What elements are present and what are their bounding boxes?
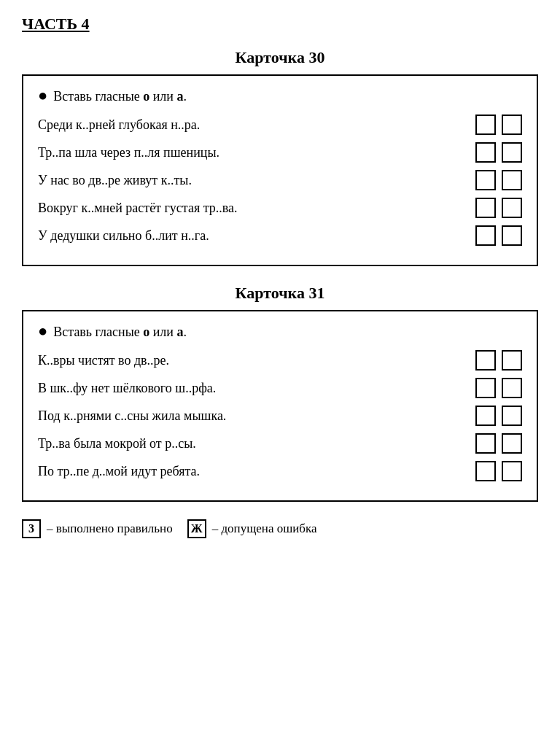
card31-row-1: К..вры чистят во дв..ре.: [38, 350, 522, 371]
card30-instruction: ● Вставь гласные о или а.: [38, 88, 522, 104]
card30-checkboxes-3: [475, 170, 522, 190]
legend-correct-label: – выполнено правильно: [47, 521, 173, 536]
card31-instruction: ● Вставь гласные о или а.: [38, 323, 522, 340]
card31-checkboxes-3: [475, 406, 522, 426]
card30-row-1: Среди к..рней глубокая н..ра.: [38, 115, 522, 135]
checkbox[interactable]: [475, 170, 496, 190]
card31-instruction-text: Вставь гласные о или а.: [53, 325, 187, 340]
card30-checkboxes-1: [475, 115, 522, 135]
legend-error-label: – допущена ошибка: [212, 521, 317, 536]
card31-checkboxes-1: [475, 350, 522, 371]
card30-checkboxes-5: [475, 225, 522, 246]
checkbox[interactable]: [502, 461, 522, 481]
legend-correct-box: 3: [22, 519, 41, 538]
checkbox[interactable]: [502, 433, 522, 454]
checkbox[interactable]: [475, 142, 496, 163]
card31-sentence-2: В шк..фу нет шёлкового ш..рфа.: [38, 381, 461, 396]
card30-row-3: У нас во дв..ре живут к..ты.: [38, 170, 522, 190]
card30: ● Вставь гласные о или а. Среди к..рней …: [22, 74, 538, 266]
card30-title: Карточка 30: [22, 48, 538, 67]
legend-error: Ж – допущена ошибка: [187, 519, 317, 538]
checkbox[interactable]: [502, 406, 522, 426]
bullet-icon: ●: [38, 88, 47, 104]
checkbox[interactable]: [502, 170, 522, 190]
card30-sentence-1: Среди к..рней глубокая н..ра.: [38, 117, 461, 133]
card30-sentence-4: Вокруг к..мней растёт густая тр..ва.: [38, 201, 461, 216]
card30-instruction-text: Вставь гласные о или а.: [53, 89, 187, 104]
card30-row-4: Вокруг к..мней растёт густая тр..ва.: [38, 198, 522, 218]
legend-correct: 3 – выполнено правильно: [22, 519, 173, 538]
card31-checkboxes-4: [475, 433, 522, 454]
checkbox[interactable]: [475, 225, 496, 246]
legend-error-box: Ж: [187, 519, 206, 538]
card31-title: Карточка 31: [22, 284, 538, 303]
checkbox[interactable]: [502, 142, 522, 163]
card31-checkboxes-2: [475, 378, 522, 398]
card30-checkboxes-2: [475, 142, 522, 163]
checkbox[interactable]: [475, 433, 496, 454]
checkbox[interactable]: [502, 115, 522, 135]
card30-sentence-3: У нас во дв..ре живут к..ты.: [38, 173, 461, 188]
card30-row-5: У дедушки сильно б..лит н..га.: [38, 225, 522, 246]
card31-checkboxes-5: [475, 461, 522, 481]
legend: 3 – выполнено правильно Ж – допущена оши…: [22, 519, 538, 538]
card31-row-2: В шк..фу нет шёлкового ш..рфа.: [38, 378, 522, 398]
checkbox[interactable]: [502, 225, 522, 246]
card31-sentence-5: По тр..пе д..мой идут ребята.: [38, 464, 461, 479]
checkbox[interactable]: [475, 198, 496, 218]
checkbox[interactable]: [502, 198, 522, 218]
checkbox[interactable]: [475, 461, 496, 481]
card30-row-2: Тр..па шла через п..ля пшеницы.: [38, 142, 522, 163]
card31-sentence-4: Тр..ва была мокрой от р..сы.: [38, 436, 461, 451]
card31-row-4: Тр..ва была мокрой от р..сы.: [38, 433, 522, 454]
part-header: ЧАСТЬ 4: [22, 15, 538, 34]
card31-sentence-3: Под к..рнями с..сны жила мышка.: [38, 408, 461, 424]
card31-row-5: По тр..пе д..мой идут ребята.: [38, 461, 522, 481]
card31-row-3: Под к..рнями с..сны жила мышка.: [38, 406, 522, 426]
card31: ● Вставь гласные о или а. К..вры чистят …: [22, 310, 538, 502]
checkbox[interactable]: [502, 350, 522, 371]
checkbox[interactable]: [475, 378, 496, 398]
card31-sentence-1: К..вры чистят во дв..ре.: [38, 353, 461, 368]
checkbox[interactable]: [475, 406, 496, 426]
card30-sentence-2: Тр..па шла через п..ля пшеницы.: [38, 145, 461, 160]
card30-checkboxes-4: [475, 198, 522, 218]
checkbox[interactable]: [502, 378, 522, 398]
checkbox[interactable]: [475, 350, 496, 371]
card30-sentence-5: У дедушки сильно б..лит н..га.: [38, 228, 461, 244]
bullet-icon: ●: [38, 323, 47, 339]
checkbox[interactable]: [475, 115, 496, 135]
